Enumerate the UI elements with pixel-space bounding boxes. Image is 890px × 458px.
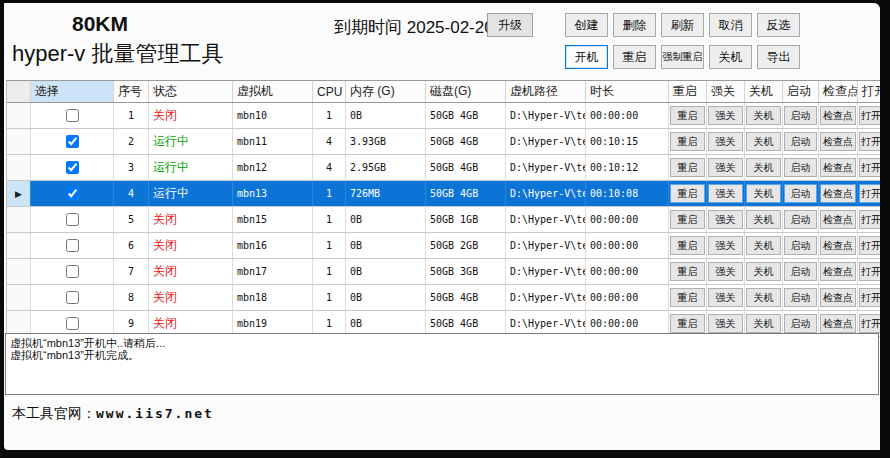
invert-select-button[interactable]: 反选 [757,13,800,37]
table-row[interactable]: 5关闭mbn1510B50GB 1GBD:\Hyper-V\tes...00:0… [7,207,880,233]
row-action-shutdown[interactable]: 关机 [746,106,781,125]
row-action-open[interactable]: 打开 [859,106,880,125]
row-action-restart[interactable]: 重启 [670,314,705,333]
row-action-start[interactable]: 启动 [784,210,817,229]
header-uptime[interactable]: 时长 [586,81,669,102]
row-checkbox[interactable] [66,135,79,148]
table-row[interactable]: 8关闭mbn1810B50GB 4GBD:\Hyper-V\tes...00:0… [7,285,880,311]
row-checkbox[interactable] [66,109,79,122]
row-action-checkpoint[interactable]: 检查点 [820,288,856,307]
restart-button[interactable]: 重启 [613,45,656,69]
header-start[interactable]: 启动 [783,81,819,102]
row-action-shutdown[interactable]: 关机 [746,184,781,203]
header-memory[interactable]: 内存 (G) [346,81,426,102]
row-action-checkpoint[interactable]: 检查点 [820,262,856,281]
row-action-shutdown[interactable]: 关机 [746,132,781,151]
row-action-force-off[interactable]: 强关 [708,262,743,281]
row-action-checkpoint[interactable]: 检查点 [820,132,856,151]
row-action-restart[interactable]: 重启 [670,132,705,151]
row-action-checkpoint[interactable]: 检查点 [820,158,856,177]
header-cpu[interactable]: CPU [313,81,346,102]
row-action-start[interactable]: 启动 [784,158,817,177]
header-index[interactable]: 序号 [114,81,149,102]
export-button[interactable]: 导出 [757,45,800,69]
row-action-open[interactable]: 打开 [859,132,880,151]
row-action-restart[interactable]: 重启 [670,158,705,177]
row-action-shutdown[interactable]: 关机 [746,314,781,333]
refresh-button[interactable]: 刷新 [661,13,704,37]
row-action-checkpoint[interactable]: 检查点 [820,106,856,125]
row-action-force-off[interactable]: 强关 [708,314,743,333]
table-row[interactable]: 2运行中mbn1143.93GB50GB 4GBD:\Hyper-V\tes..… [7,129,880,155]
row-action-force-off[interactable]: 强关 [708,106,743,125]
row-action-restart[interactable]: 重启 [670,210,705,229]
row-action-restart[interactable]: 重启 [670,184,705,203]
row-action-restart[interactable]: 重启 [670,236,705,255]
row-action-checkpoint[interactable]: 检查点 [820,236,856,255]
row-action-open[interactable]: 打开 [859,262,880,281]
row-action-shutdown[interactable]: 关机 [746,288,781,307]
header-vm-path[interactable]: 虚机路径 [506,81,586,102]
row-action-start[interactable]: 启动 [784,184,817,203]
shutdown-button[interactable]: 关机 [709,45,752,69]
header-open[interactable]: 打开 [858,81,880,102]
row-action-force-off[interactable]: 强关 [708,158,743,177]
row-action-start[interactable]: 启动 [784,262,817,281]
table-row[interactable]: 3运行中mbn1242.95GB50GB 4GBD:\Hyper-V\tes..… [7,155,880,181]
row-action-open[interactable]: 打开 [859,288,880,307]
row-action-restart[interactable]: 重启 [670,106,705,125]
row-checkbox[interactable] [66,291,79,304]
row-action-restart[interactable]: 重启 [670,262,705,281]
row-action-force-off[interactable]: 强关 [708,210,743,229]
row-action-checkpoint[interactable]: 检查点 [820,314,856,333]
delete-button[interactable]: 删除 [613,13,656,37]
row-action-open[interactable]: 打开 [859,314,880,333]
header-force-off[interactable]: 强关 [707,81,745,102]
row-checkbox[interactable] [66,239,79,252]
row-action-open[interactable]: 打开 [859,158,880,177]
header-vm-name[interactable]: 虚拟机 [233,81,313,102]
row-action-start[interactable]: 启动 [784,132,817,151]
row-checkbox[interactable] [66,161,79,174]
header-select[interactable]: 选择 [31,81,114,102]
header-shutdown[interactable]: 关机 [745,81,783,102]
table-row[interactable]: ▶4运行中mbn131726MB50GB 4GBD:\Hyper-V\tes..… [7,181,880,207]
row-action-force-off[interactable]: 强关 [708,288,743,307]
header-restart[interactable]: 重启 [669,81,707,102]
row-action-shutdown[interactable]: 关机 [746,210,781,229]
row-action-open[interactable]: 打开 [859,236,880,255]
row-checkbox[interactable] [66,187,79,200]
row-action-force-off[interactable]: 强关 [708,236,743,255]
upgrade-button[interactable]: 升级 [487,13,533,37]
row-action-start[interactable]: 启动 [784,288,817,307]
force-restart-button[interactable]: 强制重启 [661,45,704,69]
row-action-checkpoint[interactable]: 检查点 [820,210,856,229]
row-action-shutdown[interactable]: 关机 [746,262,781,281]
row-action-force-off[interactable]: 强关 [708,132,743,151]
row-action-open[interactable]: 打开 [859,210,880,229]
action-cell: 强关 [707,233,745,258]
row-action-shutdown[interactable]: 关机 [746,236,781,255]
row-action-restart[interactable]: 重启 [670,288,705,307]
table-row[interactable]: 1关闭mbn1010B50GB 4GBD:\Hyper-V\tes...00:0… [7,103,880,129]
row-action-start[interactable]: 启动 [784,106,817,125]
row-action-start[interactable]: 启动 [784,314,817,333]
cancel-button[interactable]: 取消 [709,13,752,37]
header-status[interactable]: 状态 [149,81,233,102]
header-disk[interactable]: 磁盘(G) [426,81,506,102]
row-action-start[interactable]: 启动 [784,236,817,255]
create-button[interactable]: 创建 [565,13,608,37]
row-action-force-off[interactable]: 强关 [708,184,743,203]
row-checkbox[interactable] [66,317,79,330]
log-output[interactable]: 虚拟机“mbn13”开机中..请稍后... 虚拟机“mbn13”开机完成。 [5,333,879,395]
cell-vm-name: mbn10 [233,103,313,128]
row-action-shutdown[interactable]: 关机 [746,158,781,177]
header-checkpoint[interactable]: 检查点 [819,81,858,102]
row-checkbox[interactable] [66,213,79,226]
row-action-open[interactable]: 打开 [859,184,880,203]
power-on-button[interactable]: 开机 [565,45,608,69]
table-row[interactable]: 7关闭mbn1710B50GB 3GBD:\Hyper-V\tes...00:0… [7,259,880,285]
row-checkbox[interactable] [66,265,79,278]
table-row[interactable]: 6关闭mbn1610B50GB 2GBD:\Hyper-V\tes...00:0… [7,233,880,259]
row-action-checkpoint[interactable]: 检查点 [820,184,856,203]
